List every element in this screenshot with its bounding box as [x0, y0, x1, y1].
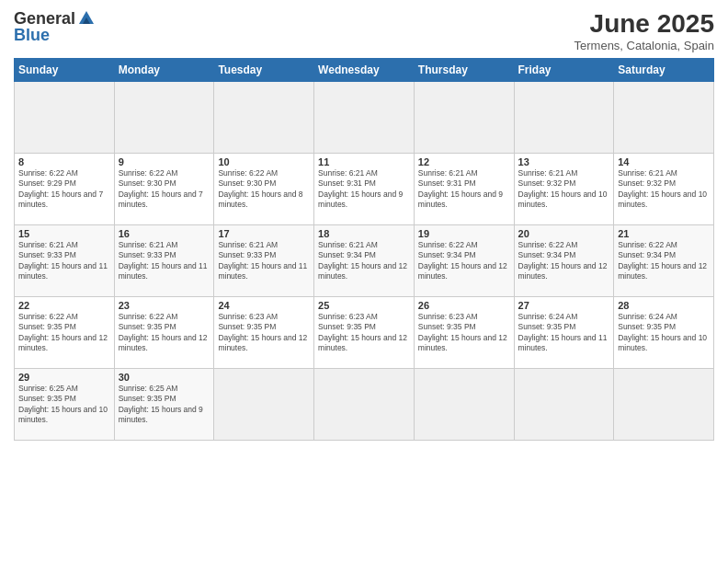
- day-info: Sunrise: 6:25 AMSunset: 9:35 PMDaylight:…: [119, 384, 210, 426]
- calendar-day-cell: 25Sunrise: 6:23 AMSunset: 9:35 PMDayligh…: [314, 297, 415, 369]
- calendar-day-cell: 14Sunrise: 6:21 AMSunset: 9:32 PMDayligh…: [614, 154, 714, 225]
- day-number: 14: [618, 156, 710, 167]
- calendar-week-row: 22Sunrise: 6:22 AMSunset: 9:35 PMDayligh…: [15, 297, 714, 369]
- day-info: Sunrise: 6:22 AMSunset: 9:29 PMDaylight:…: [18, 168, 110, 211]
- calendar-day-cell: 18Sunrise: 6:21 AMSunset: 9:34 PMDayligh…: [314, 225, 415, 297]
- day-number: 23: [119, 300, 210, 311]
- calendar-day-cell: [114, 82, 214, 154]
- calendar-day-cell: [314, 369, 415, 441]
- day-info: Sunrise: 6:24 AMSunset: 9:35 PMDaylight:…: [618, 312, 710, 354]
- calendar-day-cell: 13Sunrise: 6:21 AMSunset: 9:32 PMDayligh…: [514, 154, 614, 225]
- day-of-week-header: Monday: [114, 59, 214, 82]
- calendar-day-cell: 26Sunrise: 6:23 AMSunset: 9:35 PMDayligh…: [414, 297, 514, 369]
- calendar-week-row: [15, 82, 714, 154]
- day-number: 30: [119, 372, 210, 383]
- day-info: Sunrise: 6:21 AMSunset: 9:31 PMDaylight:…: [418, 168, 510, 211]
- day-of-week-header: Tuesday: [214, 59, 314, 82]
- logo-icon: [77, 9, 96, 28]
- header: General Blue June 2025 Termens, Cataloni…: [14, 9, 714, 52]
- calendar-day-cell: [514, 369, 614, 441]
- day-info: Sunrise: 6:22 AMSunset: 9:35 PMDaylight:…: [18, 312, 110, 354]
- day-number: 28: [618, 300, 710, 311]
- calendar-day-cell: 15Sunrise: 6:21 AMSunset: 9:33 PMDayligh…: [15, 225, 115, 297]
- day-of-week-header: Thursday: [414, 59, 514, 82]
- day-info: Sunrise: 6:22 AMSunset: 9:30 PMDaylight:…: [119, 168, 210, 211]
- day-number: 9: [119, 156, 210, 167]
- day-info: Sunrise: 6:24 AMSunset: 9:35 PMDaylight:…: [518, 312, 610, 354]
- day-info: Sunrise: 6:23 AMSunset: 9:35 PMDaylight:…: [218, 312, 310, 354]
- day-number: 29: [18, 372, 110, 383]
- day-number: 13: [518, 156, 610, 167]
- calendar-day-cell: 17Sunrise: 6:21 AMSunset: 9:33 PMDayligh…: [214, 225, 314, 297]
- calendar-week-row: 8Sunrise: 6:22 AMSunset: 9:29 PMDaylight…: [15, 154, 714, 225]
- day-info: Sunrise: 6:23 AMSunset: 9:35 PMDaylight:…: [418, 312, 510, 354]
- calendar-day-cell: 30Sunrise: 6:25 AMSunset: 9:35 PMDayligh…: [114, 369, 214, 441]
- calendar-day-cell: 9Sunrise: 6:22 AMSunset: 9:30 PMDaylight…: [114, 154, 214, 225]
- day-info: Sunrise: 6:22 AMSunset: 9:34 PMDaylight:…: [518, 240, 610, 282]
- day-info: Sunrise: 6:22 AMSunset: 9:34 PMDaylight:…: [618, 240, 710, 282]
- calendar-day-cell: 29Sunrise: 6:25 AMSunset: 9:35 PMDayligh…: [15, 369, 115, 441]
- calendar-day-cell: 11Sunrise: 6:21 AMSunset: 9:31 PMDayligh…: [314, 154, 415, 225]
- calendar-day-cell: [314, 82, 415, 154]
- day-number: 25: [318, 300, 410, 311]
- day-info: Sunrise: 6:23 AMSunset: 9:35 PMDaylight:…: [318, 312, 410, 354]
- calendar-day-cell: 22Sunrise: 6:22 AMSunset: 9:35 PMDayligh…: [15, 297, 115, 369]
- calendar-day-cell: [614, 82, 714, 154]
- calendar-week-row: 29Sunrise: 6:25 AMSunset: 9:35 PMDayligh…: [15, 369, 714, 441]
- day-number: 11: [318, 156, 410, 167]
- calendar-day-cell: 20Sunrise: 6:22 AMSunset: 9:34 PMDayligh…: [514, 225, 614, 297]
- day-number: 27: [518, 300, 610, 311]
- day-number: 21: [618, 228, 710, 239]
- calendar-day-cell: 19Sunrise: 6:22 AMSunset: 9:34 PMDayligh…: [414, 225, 514, 297]
- day-info: Sunrise: 6:22 AMSunset: 9:34 PMDaylight:…: [418, 240, 510, 282]
- calendar-day-cell: [214, 82, 314, 154]
- day-info: Sunrise: 6:22 AMSunset: 9:35 PMDaylight:…: [119, 312, 210, 354]
- day-info: Sunrise: 6:21 AMSunset: 9:33 PMDaylight:…: [119, 240, 210, 282]
- month-title: June 2025: [574, 9, 714, 39]
- day-number: 8: [18, 156, 110, 167]
- day-info: Sunrise: 6:21 AMSunset: 9:33 PMDaylight:…: [218, 240, 310, 282]
- logo: General Blue: [14, 9, 96, 45]
- day-number: 26: [418, 300, 510, 311]
- calendar-day-cell: [414, 369, 514, 441]
- header-row: SundayMondayTuesdayWednesdayThursdayFrid…: [15, 59, 714, 82]
- day-info: Sunrise: 6:25 AMSunset: 9:35 PMDaylight:…: [18, 384, 110, 426]
- calendar-day-cell: 24Sunrise: 6:23 AMSunset: 9:35 PMDayligh…: [214, 297, 314, 369]
- location-title: Termens, Catalonia, Spain: [574, 39, 714, 52]
- calendar-day-cell: [614, 369, 714, 441]
- calendar-day-cell: 16Sunrise: 6:21 AMSunset: 9:33 PMDayligh…: [114, 225, 214, 297]
- page: General Blue June 2025 Termens, Cataloni…: [0, 0, 728, 563]
- day-number: 18: [318, 228, 410, 239]
- day-number: 24: [218, 300, 310, 311]
- day-number: 19: [418, 228, 510, 239]
- title-block: June 2025 Termens, Catalonia, Spain: [574, 9, 714, 52]
- calendar-day-cell: [15, 82, 115, 154]
- day-number: 20: [518, 228, 610, 239]
- day-info: Sunrise: 6:22 AMSunset: 9:30 PMDaylight:…: [218, 168, 310, 211]
- logo-block: General Blue: [14, 9, 96, 45]
- calendar-day-cell: 12Sunrise: 6:21 AMSunset: 9:31 PMDayligh…: [414, 154, 514, 225]
- logo-blue: Blue: [14, 27, 50, 45]
- day-number: 22: [18, 300, 110, 311]
- day-info: Sunrise: 6:21 AMSunset: 9:32 PMDaylight:…: [518, 168, 610, 211]
- calendar-day-cell: 10Sunrise: 6:22 AMSunset: 9:30 PMDayligh…: [214, 154, 314, 225]
- calendar-table: SundayMondayTuesdayWednesdayThursdayFrid…: [14, 58, 714, 441]
- day-of-week-header: Saturday: [614, 59, 714, 82]
- day-info: Sunrise: 6:21 AMSunset: 9:32 PMDaylight:…: [618, 168, 710, 211]
- calendar-day-cell: 28Sunrise: 6:24 AMSunset: 9:35 PMDayligh…: [614, 297, 714, 369]
- day-number: 10: [218, 156, 310, 167]
- day-of-week-header: Wednesday: [314, 59, 415, 82]
- calendar-day-cell: 27Sunrise: 6:24 AMSunset: 9:35 PMDayligh…: [514, 297, 614, 369]
- day-info: Sunrise: 6:21 AMSunset: 9:34 PMDaylight:…: [318, 240, 410, 282]
- calendar-week-row: 15Sunrise: 6:21 AMSunset: 9:33 PMDayligh…: [15, 225, 714, 297]
- day-number: 17: [218, 228, 310, 239]
- day-info: Sunrise: 6:21 AMSunset: 9:33 PMDaylight:…: [18, 240, 110, 282]
- day-number: 15: [18, 228, 110, 239]
- day-info: Sunrise: 6:21 AMSunset: 9:31 PMDaylight:…: [318, 168, 410, 211]
- calendar-day-cell: [514, 82, 614, 154]
- calendar-day-cell: [414, 82, 514, 154]
- calendar-day-cell: [214, 369, 314, 441]
- day-of-week-header: Sunday: [15, 59, 115, 82]
- calendar-day-cell: 23Sunrise: 6:22 AMSunset: 9:35 PMDayligh…: [114, 297, 214, 369]
- day-of-week-header: Friday: [514, 59, 614, 82]
